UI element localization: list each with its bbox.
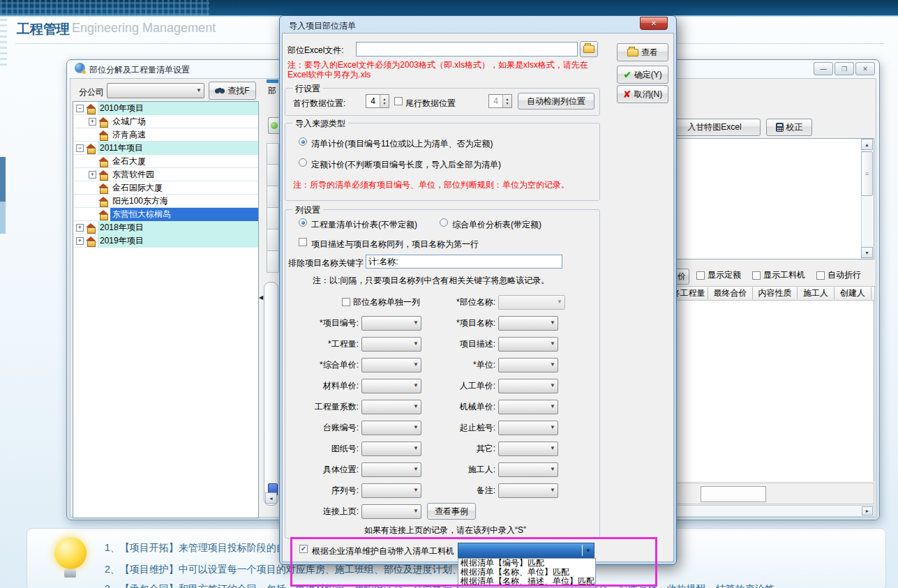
tree-row[interactable]: 金石国际大厦 [73,181,258,195]
excel-file-input[interactable] [356,42,578,56]
vertical-scrollbar[interactable] [264,282,278,506]
field-dropdown[interactable]: ▼ [361,462,421,477]
same-column-label[interactable]: 项目描述与项目名称同列，项目名称为第一行 [311,239,479,250]
tree-item-label[interactable]: 东营恒大棕榈岛 [110,208,258,221]
find-button[interactable]: 查找F [209,82,256,100]
field-dropdown[interactable]: ▼ [498,379,558,393]
field-dropdown[interactable]: ▼ [361,483,421,498]
view-example-button[interactable]: 查看事例 [427,503,476,520]
tree-item-label[interactable]: 金石大厦 [110,155,258,168]
field-dropdown[interactable]: ▼ [498,462,558,477]
part-own-column-checkbox[interactable] [342,298,350,306]
expand-box-icon[interactable]: + [89,118,96,126]
field-dropdown[interactable]: ▼ [498,442,558,456]
same-column-checkbox[interactable] [299,238,307,246]
clipped-button[interactable] [268,117,279,134]
spinner-value[interactable]: 4 [366,95,380,107]
show-quota-checkbox[interactable]: 显示定额 [696,269,741,281]
field-dropdown[interactable]: ▼ [361,337,421,352]
tree-item-label[interactable]: 济青高速 [110,128,258,142]
minimize-button[interactable]: — [814,62,833,75]
cancel-button[interactable]: ✘ 取消(N) [617,85,668,103]
field-dropdown[interactable]: ▼ [498,483,558,498]
tree-item-label[interactable]: 阳光100东方海 [110,195,258,208]
expand-box-icon[interactable]: + [76,224,84,232]
field-dropdown[interactable]: ▼ [361,379,421,393]
tree-item-label[interactable]: 2011年项目 [98,142,258,155]
expand-box-icon[interactable]: + [89,171,96,179]
close-window-button[interactable]: ✕ [855,62,875,75]
ok-button[interactable]: ✔ 确定(Y) [617,66,668,84]
tree-row[interactable]: +众城广场 [73,115,258,128]
list-pricing-radio[interactable] [299,137,307,146]
auto-wrap-checkbox[interactable]: 自动折行 [816,269,861,281]
collapse-panel-icon[interactable]: ◀ [259,294,263,301]
maximize-button[interactable]: ❐ [835,62,854,75]
field-dropdown[interactable]: ▼ [361,358,421,372]
branch-combobox[interactable]: ▼ [107,83,204,98]
tree-row[interactable]: +东营软件园 [73,168,258,181]
tree-row[interactable]: +2019年项目 [73,234,258,248]
collapse-box-icon[interactable]: − [76,144,84,152]
scrollbar-thumb[interactable]: ≡ [861,151,873,196]
quota-pricing-radio[interactable] [299,158,307,167]
column-header[interactable]: 内容性质 [753,287,798,299]
browse-file-button[interactable] [580,41,598,57]
tree-item-label[interactable]: 众城广场 [110,115,258,128]
spinner-value[interactable]: 4 [489,95,502,107]
tree-row[interactable]: 阳光100东方海 [73,195,258,208]
field-dropdown[interactable]: ▼ [361,442,421,456]
part-own-column-label[interactable]: 部位名称单独一列 [353,296,420,308]
tree-row[interactable]: 济青高速 [73,128,258,142]
calibrate-button[interactable]: 校正 [766,119,812,136]
column-header[interactable]: 施工人 [798,287,835,299]
field-row: 工程量系数:▼ [282,396,430,417]
column-header[interactable]: 创建人 [835,287,871,299]
tree-row[interactable]: 金石大厦 [73,155,258,168]
tree-row-selected[interactable]: 东营恒大棕榈岛 [73,208,258,221]
show-resources-checkbox[interactable]: 显示工料机 [752,269,805,281]
boq-table-label[interactable]: 工程量清单计价表(不带定额) [311,219,417,231]
view-button[interactable]: 查看 [617,43,668,61]
scroll-right-button[interactable]: ► [862,506,873,515]
tail-row-spinner[interactable]: 4 ▲▼ [488,94,512,108]
field-dropdown[interactable]: ▼ [498,421,558,435]
first-row-spinner[interactable]: 4 ▲▼ [366,94,389,108]
auto-detect-button[interactable]: 自动检测列位置 [518,93,594,110]
scroll-down-button[interactable]: ▼ [861,247,873,258]
tree-row[interactable]: −2010年项目 [73,102,258,115]
field-dropdown[interactable]: ▼ [361,504,421,519]
spinner-arrows[interactable]: ▲▼ [380,95,389,107]
tree-item-label[interactable]: 东营软件园 [110,168,258,181]
field-dropdown[interactable]: ▼ [498,316,558,331]
column-header[interactable]: 最终合价 [708,287,753,299]
field-dropdown[interactable]: ▼ [498,400,558,414]
tree-item-label[interactable]: 2019年项目 [98,234,258,248]
tail-row-checkbox[interactable] [394,97,403,105]
exclude-keyword-input[interactable] [366,255,562,269]
boq-table-radio[interactable] [299,218,307,227]
tree-item-label[interactable]: 2010年项目 [98,102,258,115]
field-dropdown[interactable]: ▼ [498,337,558,352]
part-name-own-column-row: 部位名称单独一列 [282,292,430,312]
gantt-excel-button[interactable]: 入甘特图Excel [668,119,761,136]
scroll-up-button[interactable]: ▲ [861,139,873,150]
tree-row[interactable]: −2011年项目 [73,142,258,155]
field-dropdown[interactable]: ▼ [361,316,421,331]
unit-analysis-radio[interactable] [440,218,448,227]
horizontal-scrollbar[interactable] [671,505,874,517]
quota-pricing-label[interactable]: 定额计价(不判断项目编号长度，导入后全部为清单) [311,159,501,171]
unit-analysis-label[interactable]: 综合单价分析表(带定额) [452,219,541,231]
collapse-box-icon[interactable]: − [76,105,84,112]
tree-item-label[interactable]: 金石国际大厦 [110,181,258,195]
expand-box-icon[interactable]: + [76,237,84,245]
field-dropdown[interactable]: ▼ [361,400,421,414]
tree-row[interactable]: +2018年项目 [73,221,258,234]
scroll-left-button[interactable]: ◄ [265,492,277,504]
spinner-arrows[interactable]: ▲▼ [502,95,511,107]
dialog-close-button[interactable]: ✕ [640,17,668,30]
field-dropdown[interactable]: ▼ [498,358,558,372]
list-pricing-label[interactable]: 清单计价(项目编号11位或以上为清单、否为定额) [311,138,493,150]
tree-item-label[interactable]: 2018年项目 [98,221,258,234]
field-dropdown[interactable]: ▼ [361,421,421,435]
